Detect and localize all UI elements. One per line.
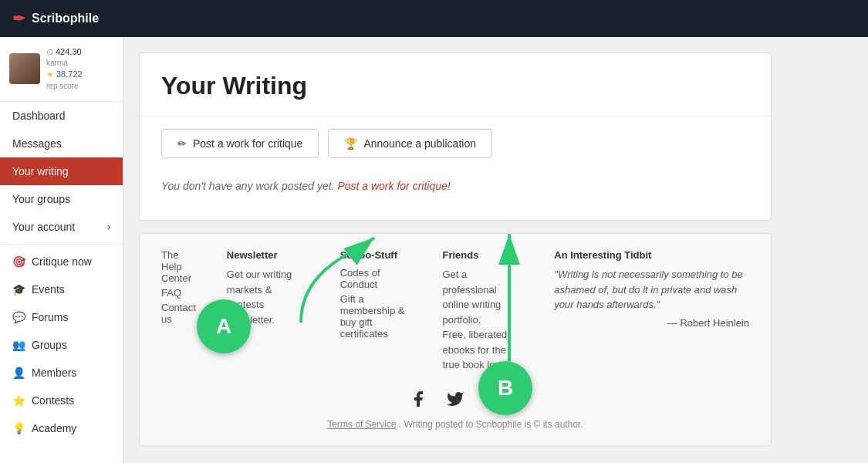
action-buttons-row: ✏ Post a work for critique 🏆 Announce a … [161,129,749,158]
brand-icon: ✒ [12,9,25,28]
annotation-b: B [478,361,532,415]
card-body: ✏ Post a work for critique 🏆 Announce a … [140,116,771,220]
forums-label: Forums [32,311,68,323]
footer-columns: The Help Center FAQ Contact us Newslette… [161,249,749,373]
post-critique-button[interactable]: ✏ Post a work for critique [161,129,319,158]
groups-icon: 👥 [12,339,25,351]
avatar[interactable] [9,53,40,84]
trophy-icon: 🏆 [344,137,357,150]
contact-us-link[interactable]: Contact us [161,302,196,325]
empty-message-text: You don't have any work posted yet. [161,180,335,192]
sidebar-item-messages[interactable]: Messages [0,130,123,157]
messages-label: Messages [12,137,62,150]
your-groups-label: Your groups [12,193,70,205]
footer-col-friends: Friends Get a professional online writin… [442,249,523,373]
academy-label: Academy [32,422,76,434]
karma-label: karma [46,58,83,69]
footer-bottom: Terms of Service . Writing posted to Scr… [161,419,749,430]
terms-of-service-link[interactable]: Terms of Service [327,419,396,430]
post-critique-label: Post a work for critique [193,137,302,150]
contests-icon: ⭐ [12,394,25,407]
your-writing-card: Your Writing ✏ Post a work for critique … [139,52,772,221]
karma-value: 424.30 [56,46,82,58]
announce-publication-button[interactable]: 🏆 Announce a publication [328,129,492,158]
annotation-a-label: A [216,314,231,339]
twitter-icon[interactable] [444,388,466,410]
sidebar-item-academy[interactable]: 💡 Academy [0,414,123,442]
karma-icon: ⊙ [46,46,53,58]
page-title: Your Writing [161,72,749,100]
empty-message: You don't have any work posted yet. Post… [161,164,749,208]
footer-copyright: . Writing posted to Scribophile is © its… [399,419,583,430]
sidebar-item-groups[interactable]: 👥 Groups [0,331,123,359]
top-navigation: ✒ Scribophile [0,0,868,37]
social-icons-row [161,388,749,410]
user-stats: ⊙ 424.30 karma ★ 38,722 rep score [46,46,83,92]
events-label: Events [32,283,65,296]
quote-author: — Robert Heinlein [554,316,749,331]
annotation-b-label: B [498,376,513,400]
academy-icon: 💡 [12,422,25,434]
footer-col-scribo: Scribo-Stuff Codes of Conduct Gift a mem… [340,249,412,373]
help-center-link[interactable]: The Help Center [161,249,196,284]
user-card: ⊙ 424.30 karma ★ 38,722 rep score [0,37,123,102]
rep-value: 38,722 [56,69,83,80]
main-content: Your Writing ✏ Post a work for critique … [123,37,868,463]
brand-logo[interactable]: ✒ Scribophile [12,9,99,28]
sidebar-item-dashboard[interactable]: Dashboard [0,102,123,130]
scribo-heading: Scribo-Stuff [340,249,412,261]
members-label: Members [32,367,76,379]
forums-icon: 💬 [12,311,25,323]
your-writing-label: Your writing [12,165,69,177]
gift-membership-link[interactable]: Gift a membership & buy gift certificate… [340,293,412,340]
members-icon: 👤 [12,367,25,379]
sidebar-item-forums[interactable]: 💬 Forums [0,303,123,331]
pencil-icon: ✏ [177,137,187,150]
announce-pub-label: Announce a publication [363,137,476,150]
critique-now-icon: 🎯 [12,255,25,268]
quote-text: "Writing is not necessarily something to… [554,267,749,313]
footer-col-tidbit: An Interesting Tidbit "Writing is not ne… [554,249,749,373]
sidebar-item-events[interactable]: 🎓 Events [0,275,123,303]
sidebar-item-contests[interactable]: ⭐ Contests [0,387,123,414]
content-area: Your Writing ✏ Post a work for critique … [123,37,787,463]
rep-label: rep score [46,81,83,92]
sidebar-item-your-groups[interactable]: Your groups [0,185,123,213]
sidebar-item-your-account[interactable]: Your account › [0,213,123,241]
dashboard-label: Dashboard [12,110,66,122]
critique-now-label: Critique now [32,255,92,268]
chevron-right-icon: › [107,221,110,232]
card-header: Your Writing [140,53,771,116]
footer-col-site: The Help Center FAQ Contact us [161,249,196,373]
tidbit-heading: An Interesting Tidbit [554,249,749,261]
contests-label: Contests [32,394,74,407]
friends-text1: Get a professional online writing portfo… [442,267,523,327]
facebook-icon[interactable] [407,388,429,410]
brand-name: Scribophile [32,12,99,25]
events-icon: 🎓 [12,283,25,296]
friends-heading: Friends [442,249,523,261]
sidebar-item-critique-now[interactable]: 🎯 Critique now [0,248,123,275]
post-critique-link[interactable]: Post a work for critique! [337,180,450,192]
codes-of-conduct-link[interactable]: Codes of Conduct [340,267,412,290]
nav-divider [0,244,123,245]
sidebar-item-your-writing[interactable]: Your writing [0,157,123,185]
sidebar-item-members[interactable]: 👤 Members [0,359,123,387]
sidebar: ⊙ 424.30 karma ★ 38,722 rep score Dashbo… [0,37,123,463]
your-account-label: Your account [12,221,75,233]
groups-label: Groups [32,339,67,351]
faq-link[interactable]: FAQ [161,287,196,299]
star-icon: ★ [46,69,54,80]
newsletter-heading: Newsletter [227,249,309,261]
annotation-a: A [197,299,251,353]
